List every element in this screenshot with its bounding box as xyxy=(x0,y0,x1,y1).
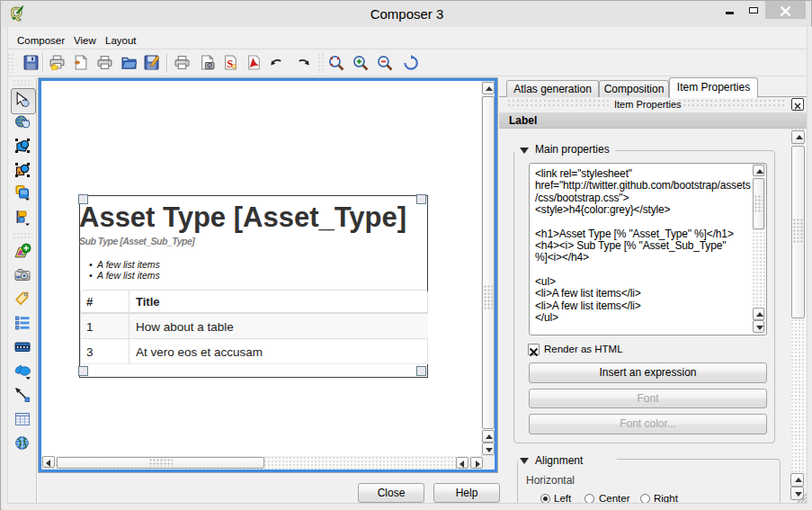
svg-text:G: G xyxy=(232,62,237,70)
